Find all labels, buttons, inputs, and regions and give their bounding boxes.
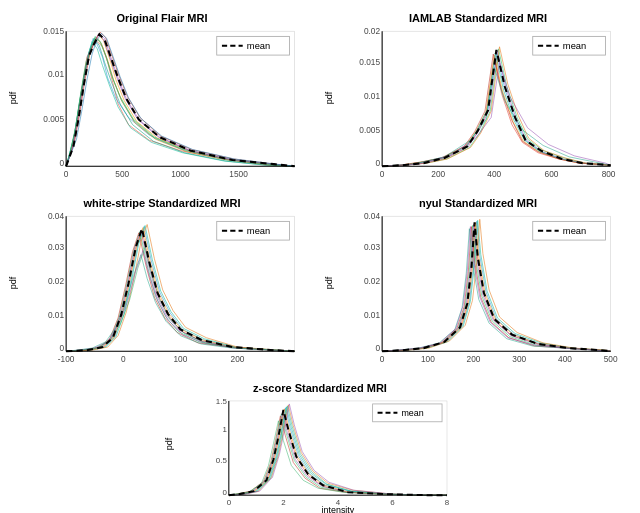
svg-text:500: 500 [604, 354, 618, 364]
svg-text:8: 8 [445, 498, 450, 507]
svg-text:0: 0 [380, 354, 385, 364]
y-label-original-flair: pdf [8, 92, 18, 105]
svg-text:100: 100 [173, 354, 187, 364]
svg-text:2: 2 [281, 498, 285, 507]
svg-text:400: 400 [558, 354, 572, 364]
svg-text:600: 600 [545, 169, 559, 179]
svg-text:0.03: 0.03 [364, 242, 381, 252]
svg-text:500: 500 [115, 169, 129, 179]
plot-nyul: nyul Standardized MRI pdf 0 0.01 0.02 0.… [320, 193, 636, 378]
svg-text:0: 0 [227, 498, 232, 507]
svg-text:1000: 1000 [171, 169, 190, 179]
svg-text:0: 0 [380, 169, 385, 179]
svg-text:0: 0 [121, 354, 126, 364]
y-label-zscore: pdf [164, 437, 174, 450]
svg-text:0.02: 0.02 [48, 276, 65, 286]
svg-text:0.02: 0.02 [364, 276, 381, 286]
plot-zscore: z-score Standardized MRI pdf 0 0.5 1 1.5… [160, 378, 480, 513]
svg-text:intensity: intensity [322, 505, 355, 513]
svg-text:0: 0 [59, 343, 64, 353]
svg-zscore: 0 0.5 1 1.5 0 2 4 6 8 intensity [180, 396, 476, 513]
svg-text:mean: mean [401, 408, 423, 418]
plot-title-iamlab: IAMLAB Standardized MRI [322, 12, 634, 24]
svg-text:0.04: 0.04 [48, 211, 65, 221]
svg-original-flair: 0 0.005 0.01 0.015 0 500 1000 1500 [24, 26, 316, 187]
svg-text:mean: mean [563, 41, 586, 51]
svg-text:0.01: 0.01 [364, 91, 381, 101]
plot-title-nyul: nyul Standardized MRI [322, 197, 634, 209]
svg-text:100: 100 [421, 354, 435, 364]
svg-white-stripe: 0 0.01 0.02 0.03 0.04 -100 0 100 200 [24, 211, 316, 372]
svg-text:300: 300 [512, 354, 526, 364]
svg-text:mean: mean [247, 41, 270, 51]
y-label-iamlab: pdf [324, 92, 334, 105]
svg-text:1500: 1500 [229, 169, 248, 179]
svg-text:0.01: 0.01 [48, 310, 65, 320]
svg-text:mean: mean [247, 226, 270, 236]
y-label-nyul: pdf [324, 277, 334, 290]
y-label-white-stripe: pdf [8, 277, 18, 290]
svg-text:200: 200 [431, 169, 445, 179]
svg-text:0.01: 0.01 [48, 69, 65, 79]
plot-title-original-flair: Original Flair MRI [6, 12, 318, 24]
svg-text:0: 0 [375, 158, 380, 168]
plot-title-white-stripe: white-stripe Standardized MRI [6, 197, 318, 209]
plot-title-zscore: z-score Standardized MRI [162, 382, 478, 394]
bottom-row: z-score Standardized MRI pdf 0 0.5 1 1.5… [4, 378, 636, 513]
svg-text:0.01: 0.01 [364, 310, 381, 320]
svg-text:-100: -100 [58, 354, 75, 364]
svg-text:800: 800 [602, 169, 616, 179]
plot-white-stripe: white-stripe Standardized MRI pdf 0 0.01… [4, 193, 320, 378]
svg-iamlab: 0 0.005 0.01 0.015 0.02 0 200 400 600 80… [340, 26, 632, 187]
svg-text:0: 0 [222, 488, 227, 497]
svg-text:200: 200 [231, 354, 245, 364]
svg-text:0: 0 [375, 343, 380, 353]
svg-text:0.005: 0.005 [43, 114, 64, 124]
svg-text:200: 200 [467, 354, 481, 364]
svg-text:0: 0 [64, 169, 69, 179]
svg-text:400: 400 [487, 169, 501, 179]
plot-iamlab: IAMLAB Standardized MRI pdf 0 0.005 0.01… [320, 8, 636, 193]
svg-text:0.005: 0.005 [359, 125, 380, 135]
middle-row: white-stripe Standardized MRI pdf 0 0.01… [4, 193, 636, 378]
svg-text:0.04: 0.04 [364, 211, 381, 221]
svg-text:0: 0 [59, 158, 64, 168]
svg-text:0.5: 0.5 [216, 456, 228, 465]
top-row: Original Flair MRI pdf 0 0.005 0.01 0.01… [4, 8, 636, 193]
svg-text:0.015: 0.015 [359, 57, 380, 67]
plot-original-flair: Original Flair MRI pdf 0 0.005 0.01 0.01… [4, 8, 320, 193]
svg-text:0.03: 0.03 [48, 242, 65, 252]
svg-text:mean: mean [563, 226, 586, 236]
svg-text:1.5: 1.5 [216, 397, 228, 406]
main-container: Original Flair MRI pdf 0 0.005 0.01 0.01… [0, 0, 640, 513]
svg-text:6: 6 [390, 498, 395, 507]
svg-nyul: 0 0.01 0.02 0.03 0.04 0 100 200 300 400 … [340, 211, 632, 372]
svg-text:0.015: 0.015 [43, 26, 64, 36]
svg-text:0.02: 0.02 [364, 26, 381, 36]
svg-text:1: 1 [222, 425, 227, 434]
